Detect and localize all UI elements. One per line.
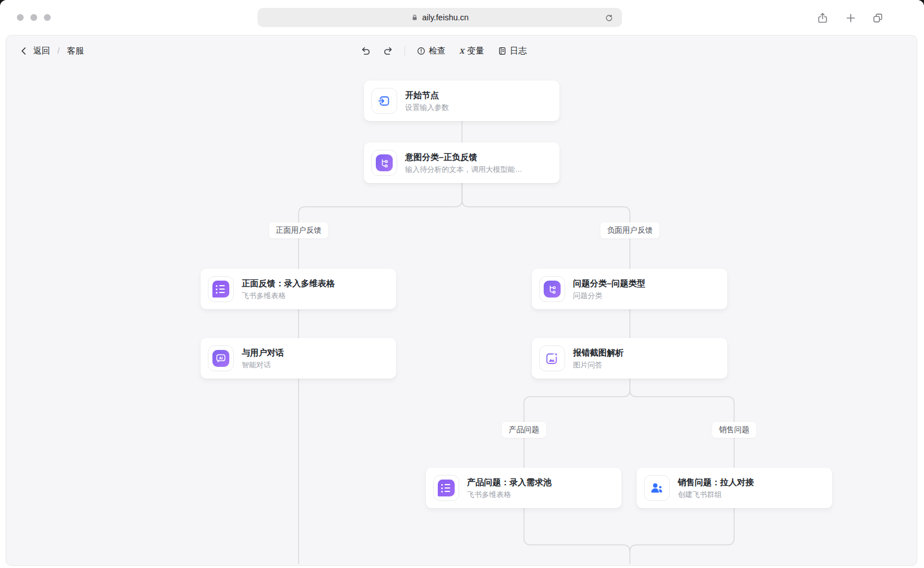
share-button[interactable]	[816, 11, 829, 25]
classification-branch-icon	[371, 150, 397, 176]
traffic-light-minimize[interactable]	[30, 14, 37, 21]
breadcrumb: 返回 / 客服	[19, 35, 84, 66]
node-question-classification[interactable]: 问题分类–问题类型 问题分类	[532, 269, 727, 309]
node-title: 正面反馈：录入多维表格	[242, 277, 335, 290]
traffic-light-zoom[interactable]	[44, 14, 51, 21]
node-error-screenshot-parse[interactable]: 报错截图解析 图片问答	[532, 338, 727, 379]
inspect-button[interactable]: 检查	[416, 46, 446, 56]
back-button[interactable]: 返回	[19, 46, 50, 56]
branch-label-sales: 销售问题	[712, 422, 756, 438]
breadcrumb-separator: /	[57, 46, 60, 55]
redo-button[interactable]	[383, 46, 393, 56]
page-title: 客服	[67, 46, 84, 56]
reload-icon[interactable]	[604, 12, 614, 23]
node-title: 问题分类–问题类型	[573, 277, 645, 290]
classification-branch-icon	[539, 276, 565, 302]
svg-text:AI: AI	[219, 356, 223, 360]
node-subtitle: 问题分类	[573, 290, 645, 301]
variable-x-icon: x	[459, 46, 464, 55]
logs-button[interactable]: 日志	[497, 46, 527, 56]
branch-label-negative: 负面用户反馈	[601, 223, 660, 238]
node-start[interactable]: 开始节点 设置输入参数	[364, 81, 559, 121]
bitable-icon	[208, 276, 234, 302]
bitable-icon	[433, 475, 459, 501]
node-subtitle: 智能对话	[242, 360, 284, 371]
people-group-icon	[644, 475, 670, 501]
node-title: 开始节点	[405, 89, 449, 101]
toolbar-actions: 检查 x 变量 日志	[361, 35, 527, 66]
url-text: aily.feishu.cn	[422, 13, 469, 22]
node-positive-feedback-bitable[interactable]: 正面反馈：录入多维表格 飞书多维表格	[201, 269, 396, 309]
node-chat-with-user[interactable]: AI 与用户对话 智能对话	[201, 338, 396, 379]
branch-label-product: 产品问题	[502, 422, 546, 438]
node-title: 与用户对话	[242, 347, 284, 359]
node-title: 报错截图解析	[573, 347, 624, 359]
undo-button[interactable]	[361, 46, 371, 56]
enter-arrow-icon	[371, 88, 397, 114]
ai-chat-bubble-icon: AI	[208, 345, 234, 371]
logs-label: 日志	[510, 46, 527, 56]
node-subtitle: 飞书多维表格	[467, 489, 552, 500]
image-sparkle-icon	[539, 345, 565, 371]
new-tab-button[interactable]	[844, 11, 858, 25]
toolbar-divider	[405, 46, 405, 56]
node-title: 意图分类–正负反馈	[405, 151, 522, 163]
tab-overview-button[interactable]	[871, 11, 885, 25]
variables-label: 变量	[467, 46, 484, 56]
variables-button[interactable]: x 变量	[459, 46, 484, 56]
node-subtitle: 创建飞书群组	[678, 489, 754, 500]
browser-window: aily.feishu.cn 返回 /	[0, 0, 924, 568]
node-subtitle: 飞书多维表格	[242, 290, 335, 301]
traffic-light-close[interactable]	[17, 14, 24, 21]
inspect-label: 检查	[429, 46, 446, 56]
lock-icon	[411, 14, 419, 21]
log-journal-icon	[497, 46, 507, 56]
address-bar[interactable]: aily.feishu.cn	[257, 8, 622, 27]
browser-chrome: aily.feishu.cn	[0, 0, 924, 35]
node-title: 产品问题：录入需求池	[467, 476, 552, 489]
node-product-issue-bitable[interactable]: 产品问题：录入需求池 飞书多维表格	[426, 468, 621, 508]
branch-label-positive: 正面用户反馈	[269, 223, 328, 238]
node-sales-issue-create-group[interactable]: 销售问题：拉人对接 创建飞书群组	[637, 468, 832, 508]
back-label: 返回	[33, 46, 50, 56]
node-title: 销售问题：拉人对接	[678, 476, 754, 489]
node-subtitle: 输入待分析的文本，调用大模型能…	[405, 164, 522, 175]
inspect-alert-icon	[416, 46, 426, 56]
node-subtitle: 图片问答	[573, 360, 624, 371]
node-intent-classification[interactable]: 意图分类–正负反馈 输入待分析的文本，调用大模型能…	[364, 143, 559, 183]
node-subtitle: 设置输入参数	[405, 102, 449, 113]
